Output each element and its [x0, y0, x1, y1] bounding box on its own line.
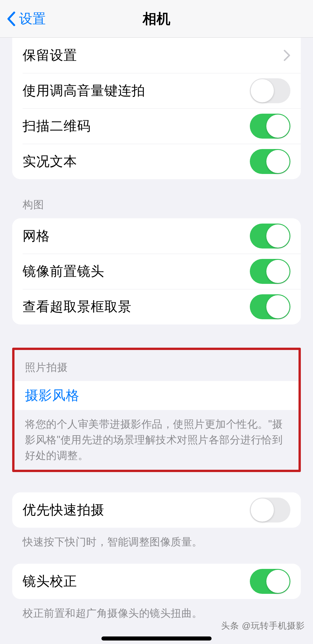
- toggle-grid[interactable]: [250, 224, 290, 248]
- switch-knob: [251, 79, 274, 102]
- settings-group-general: 保留设置 使用调高音量键连拍 扫描二维码 实况文本: [12, 38, 301, 179]
- row-label: 镜像前置镜头: [23, 262, 250, 280]
- toggle-scan-qr[interactable]: [250, 114, 290, 139]
- switch-knob: [266, 570, 290, 593]
- row-mirror-front: 镜像前置镜头: [12, 254, 301, 289]
- back-button[interactable]: 设置: [7, 10, 46, 28]
- section-footer-styles: 将您的个人审美带进摄影作品，使照片更加个性化。"摄影风格"使用先进的场景理解技术…: [14, 410, 299, 463]
- row-prioritize-faster: 优先快速拍摄: [12, 492, 301, 528]
- row-label: 扫描二维码: [23, 117, 250, 135]
- switch-knob: [266, 150, 290, 173]
- row-label: 实况文本: [23, 153, 250, 170]
- section-header-composition: 构图: [12, 179, 301, 218]
- toggle-prioritize-faster[interactable]: [250, 498, 290, 523]
- row-lens-correction: 镜头校正: [12, 564, 301, 599]
- home-indicator[interactable]: [101, 636, 212, 641]
- page-title: 相机: [143, 10, 170, 28]
- navigation-bar: 设置 相机: [0, 0, 313, 38]
- switch-knob: [266, 115, 290, 138]
- row-label: 使用调高音量键连拍: [23, 82, 250, 100]
- toggle-lens-correction[interactable]: [250, 569, 290, 594]
- section-footer-prioritize: 快速按下快门时，智能调整图像质量。: [12, 528, 301, 550]
- toggle-view-outside-frame[interactable]: [250, 294, 290, 319]
- row-label: 保留设置: [23, 46, 283, 64]
- switch-knob: [266, 295, 290, 318]
- watermark-text: 头条 @玩转手机摄影: [221, 620, 305, 632]
- settings-group-lens-correction: 镜头校正: [12, 564, 301, 599]
- switch-knob: [266, 224, 290, 248]
- row-volume-burst: 使用调高音量键连拍: [12, 73, 301, 108]
- settings-group-composition: 网格 镜像前置镜头 查看超取景框取景: [12, 218, 301, 324]
- settings-group-prioritize: 优先快速拍摄: [12, 492, 301, 528]
- row-live-text: 实况文本: [12, 144, 301, 179]
- row-view-outside-frame: 查看超取景框取景: [12, 289, 301, 324]
- row-label: 摄影风格: [25, 387, 288, 404]
- row-label: 查看超取景框取景: [23, 298, 250, 316]
- switch-knob: [266, 260, 290, 283]
- switch-knob: [251, 498, 274, 522]
- chevron-left-icon: [7, 11, 16, 26]
- row-photographic-styles[interactable]: 摄影风格: [14, 381, 299, 410]
- chevron-right-icon: [283, 50, 290, 61]
- toggle-live-text[interactable]: [250, 149, 290, 174]
- section-header-photo-capture: 照片拍摄: [14, 350, 299, 381]
- section-footer-lens: 校正前置和超广角摄像头的镜头扭曲。: [12, 599, 301, 621]
- row-preserve-settings[interactable]: 保留设置: [12, 38, 301, 73]
- row-scan-qr: 扫描二维码: [12, 108, 301, 144]
- highlighted-section: 照片拍摄 摄影风格 将您的个人审美带进摄影作品，使照片更加个性化。"摄影风格"使…: [12, 348, 301, 472]
- row-label: 优先快速拍摄: [23, 501, 250, 519]
- toggle-volume-burst[interactable]: [250, 78, 290, 103]
- back-label: 设置: [19, 10, 46, 28]
- row-label: 镜头校正: [23, 572, 250, 590]
- settings-group-photographic-styles: 摄影风格: [14, 381, 299, 410]
- toggle-mirror-front[interactable]: [250, 259, 290, 284]
- row-label: 网格: [23, 227, 250, 245]
- row-grid: 网格: [12, 218, 301, 254]
